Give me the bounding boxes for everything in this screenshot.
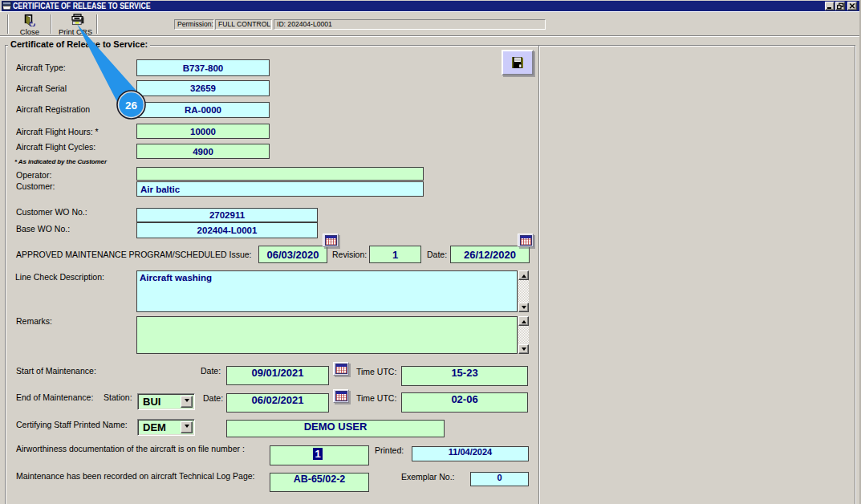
svg-text:26: 26 xyxy=(125,100,138,112)
